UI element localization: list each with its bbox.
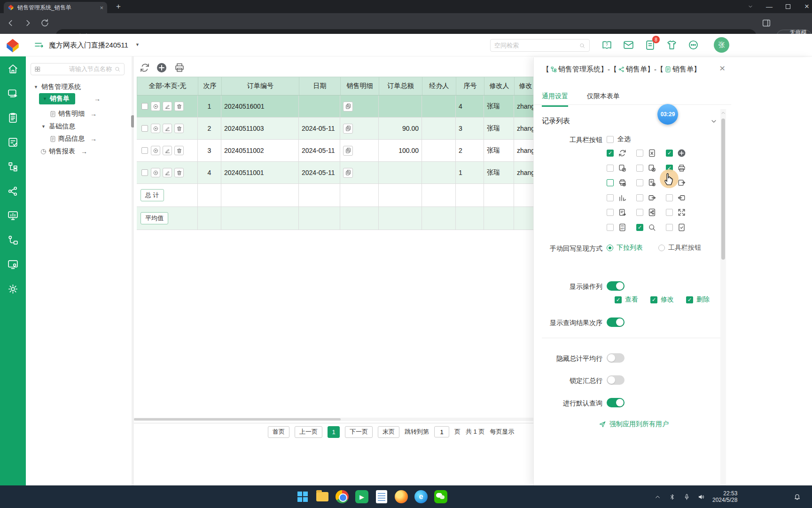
select-all-checkbox[interactable]: 全选 xyxy=(607,135,631,143)
monitor-settings-icon[interactable] xyxy=(7,259,19,270)
tree-item-sales-report[interactable]: 销售报表 → xyxy=(40,147,87,156)
table-row[interactable]: 2 20240511003 2024-05-11 90.00 3 张瑞 zhan… xyxy=(137,118,533,140)
row-checkbox[interactable] xyxy=(141,147,148,154)
toolbar-option-print-add[interactable] xyxy=(607,178,627,187)
window-maximize-button[interactable] xyxy=(779,0,797,13)
edit-row-button[interactable] xyxy=(163,168,172,177)
caret-down-icon[interactable]: ▼ xyxy=(34,85,38,89)
view-row-button[interactable] xyxy=(151,146,160,155)
open-arrow[interactable]: → xyxy=(90,135,97,143)
toolbar-option-doc-share[interactable] xyxy=(636,208,656,217)
toolbar-option-export[interactable] xyxy=(636,193,656,202)
workspace-caret-icon[interactable]: ▼ xyxy=(135,42,140,47)
workspace-title[interactable]: 魔方网表入门直播240511 xyxy=(49,41,128,50)
toolbar-option-doc-edit[interactable] xyxy=(607,208,627,217)
edit-checkbox[interactable]: ✓修改 xyxy=(650,295,674,304)
reload-icon[interactable] xyxy=(39,18,51,29)
node-search-icon[interactable] xyxy=(114,66,121,72)
edit-row-button[interactable] xyxy=(163,146,172,155)
trash-row-button[interactable] xyxy=(174,146,184,155)
apply-to-all-users-button[interactable]: 强制应用到所有用户 xyxy=(599,420,669,429)
table-row[interactable]: 1 20240516001 4 张瑞 zhangr xyxy=(137,95,533,118)
firefox-icon[interactable] xyxy=(394,489,409,504)
forward-icon[interactable] xyxy=(23,18,34,29)
radio-toolbar-button[interactable]: 工具栏按钮 xyxy=(658,244,701,252)
current-page-button[interactable]: 1 xyxy=(328,426,340,438)
average-button[interactable]: 平均值 xyxy=(141,212,168,224)
share-icon[interactable] xyxy=(7,185,19,197)
search-icon[interactable] xyxy=(579,42,586,49)
caret-down-icon[interactable]: ▼ xyxy=(43,96,47,101)
toolbar-option-chart[interactable] xyxy=(607,193,627,202)
speaker-icon[interactable] xyxy=(698,493,705,500)
row-checkbox[interactable] xyxy=(141,169,148,176)
toolbar-option-api-doc[interactable]: API xyxy=(607,223,627,232)
open-arrow[interactable]: → xyxy=(94,95,101,103)
table-row[interactable]: 3 20240511002 2024-05-11 100.00 2 张瑞 zha… xyxy=(137,140,533,162)
window-close-button[interactable]: × xyxy=(798,0,812,13)
lock-sum-toggle[interactable] xyxy=(607,375,625,385)
trash-row-button[interactable] xyxy=(174,168,184,177)
node-search-input[interactable]: 请输入节点名称 xyxy=(31,63,125,75)
tree-item-base-info[interactable]: ▼ 基础信息 xyxy=(41,122,75,131)
toolbar-option-doc-approve[interactable] xyxy=(607,164,627,173)
show-seq-toggle[interactable] xyxy=(607,318,625,327)
toolbar-option-doc-reject[interactable] xyxy=(636,164,656,173)
view-row-button[interactable] xyxy=(151,102,160,111)
open-arrow[interactable]: → xyxy=(90,110,97,118)
monitor-chart-icon[interactable] xyxy=(7,210,19,222)
edge-icon[interactable]: e xyxy=(414,489,429,504)
space-search-input[interactable]: 空间检索 xyxy=(490,39,590,52)
section-collapse-icon[interactable] xyxy=(710,118,718,125)
toolbar-option-doc-verify[interactable] xyxy=(666,223,686,232)
side-panel-icon[interactable] xyxy=(761,18,773,29)
tab-close-icon[interactable]: × xyxy=(100,4,103,11)
toolbar-option-import[interactable] xyxy=(666,193,686,202)
last-page-button[interactable]: 末页 xyxy=(378,426,399,438)
horizontal-scrollbar[interactable] xyxy=(134,418,533,421)
show-ops-toggle[interactable] xyxy=(607,281,625,291)
trash-row-button[interactable] xyxy=(174,102,184,111)
select-all-header[interactable]: 全部-本页-无 xyxy=(137,77,198,95)
app-logo[interactable] xyxy=(5,38,21,54)
total-button[interactable]: 总 计 xyxy=(141,189,164,201)
radio-dropdown-list[interactable]: 下拉列表 xyxy=(607,244,643,252)
toolbar-option-add[interactable]: ✓ xyxy=(666,149,686,158)
taskbar-clock[interactable]: 22:53 2024/5/28 xyxy=(712,490,737,503)
add-record-icon[interactable] xyxy=(156,62,167,73)
caret-down-icon[interactable]: ▼ xyxy=(41,124,46,129)
panel-close-icon[interactable]: × xyxy=(719,63,725,74)
wechat-icon[interactable] xyxy=(433,489,448,504)
refresh-icon[interactable] xyxy=(139,62,150,73)
row-checkbox[interactable] xyxy=(141,103,148,110)
detail-popup-button[interactable] xyxy=(343,146,353,156)
chrome-icon[interactable] xyxy=(335,489,350,504)
panel-scrollbar[interactable] xyxy=(720,109,726,485)
toolbar-option-excel-export[interactable] xyxy=(636,149,656,158)
hide-total-toggle[interactable] xyxy=(607,353,625,363)
row-checkbox[interactable] xyxy=(141,125,148,132)
default-query-toggle[interactable] xyxy=(607,398,625,407)
back-icon[interactable] xyxy=(6,18,17,29)
detail-popup-button[interactable] xyxy=(343,124,353,134)
toolbar-option-refresh[interactable]: ✓ xyxy=(607,149,627,158)
edit-row-button[interactable] xyxy=(163,102,172,111)
tree-item-product-info[interactable]: 商品信息 → xyxy=(49,135,97,143)
toolbar-option-doc-settings[interactable] xyxy=(636,178,656,187)
page-jump-input[interactable] xyxy=(434,426,449,437)
bluetooth-icon[interactable] xyxy=(669,493,676,500)
detail-popup-button[interactable] xyxy=(343,168,353,178)
tree-item-sales-detail[interactable]: 销售明细 → xyxy=(49,110,97,118)
toolbar-option-search[interactable]: ✓ xyxy=(636,223,656,232)
media-player-icon[interactable]: ▶ xyxy=(354,489,369,504)
tab-search-icon[interactable] xyxy=(742,0,759,13)
toolbar-option-expand[interactable] xyxy=(666,208,686,217)
avatar[interactable]: 张 xyxy=(714,37,729,53)
edit-row-button[interactable] xyxy=(163,124,172,133)
menu-toggle-icon[interactable] xyxy=(33,40,45,51)
open-arrow[interactable]: → xyxy=(81,148,87,155)
delete-checkbox[interactable]: ✓删除 xyxy=(686,295,710,304)
view-mode-icon[interactable] xyxy=(34,66,41,72)
prev-page-button[interactable]: 上一页 xyxy=(295,426,322,438)
workflow-icon[interactable] xyxy=(7,234,19,246)
